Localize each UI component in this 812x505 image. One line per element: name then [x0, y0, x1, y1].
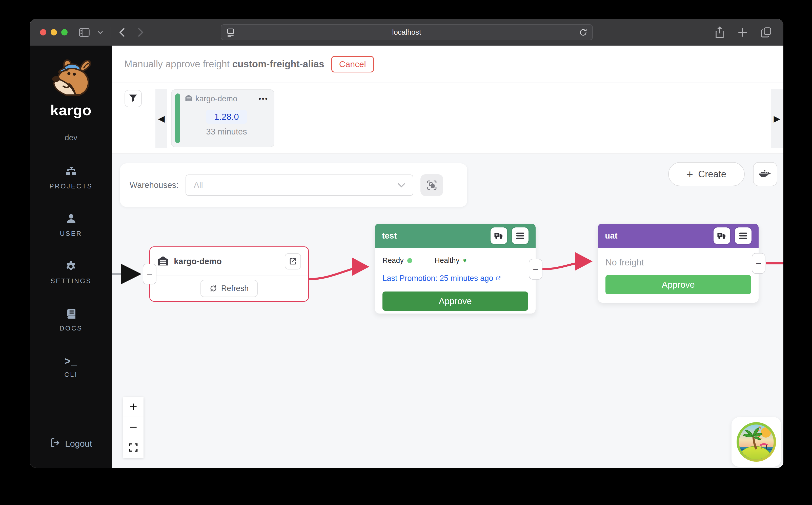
logout-icon [50, 438, 60, 450]
no-freight-label: No freight [605, 257, 751, 268]
tab-overview-icon[interactable] [761, 27, 772, 38]
stage-header: test [375, 224, 536, 248]
sidebar-item-label: USER [60, 230, 82, 237]
promote-button[interactable] [714, 227, 730, 244]
collapse-handle-uat[interactable]: − [752, 253, 765, 274]
sidebar: kargo dev PROJECTS [30, 45, 112, 468]
refresh-label: Refresh [221, 284, 249, 293]
menu-icon [516, 232, 524, 239]
projects-icon [65, 166, 77, 179]
freight-menu-button[interactable]: ••• [259, 95, 268, 103]
user-icon [65, 213, 77, 226]
new-tab-icon[interactable] [737, 27, 748, 38]
last-promotion-link[interactable]: Last Promotion: 25 minutes ago [382, 274, 528, 283]
freight-version-tag[interactable]: 1.28.0 [206, 110, 247, 124]
sidebar-item-label: CLI [64, 371, 77, 379]
titlebar-divider [110, 27, 111, 37]
sidebar-item-cli[interactable]: >_ CLI [64, 355, 77, 379]
book-icon [65, 308, 77, 321]
external-link-icon [496, 276, 501, 281]
gear-icon [65, 261, 77, 274]
warehouse-icon [185, 94, 192, 104]
sidebar-item-label: SETTINGS [50, 277, 91, 285]
warehouses-select[interactable]: All [186, 174, 413, 196]
zoom-controls: + − [123, 397, 144, 458]
back-icon[interactable] [119, 27, 125, 37]
truck-icon [717, 232, 727, 239]
healthy-heart-icon: ♥ [463, 257, 467, 264]
browser-window: localhost [30, 19, 783, 468]
warehouse-node-title: kargo-demo [174, 257, 222, 266]
stage-node-test[interactable]: test [375, 224, 536, 314]
main-content: Manually approve freight custom-freight-… [112, 45, 783, 468]
zoom-window-button[interactable] [61, 29, 67, 35]
brand-name: kargo [50, 102, 92, 119]
logout-label: Logout [65, 439, 92, 449]
fit-view-button[interactable] [123, 438, 144, 458]
stage-name: test [382, 231, 486, 240]
create-label: Create [698, 169, 726, 180]
ready-label: Ready [382, 256, 404, 265]
stage-node-uat[interactable]: uat [598, 224, 759, 303]
sidebar-item-settings[interactable]: SETTINGS [50, 261, 91, 285]
minimize-window-button[interactable] [51, 29, 57, 35]
browser-titlebar: localhost [30, 19, 783, 45]
scroll-right-icon: ▶ [774, 114, 780, 124]
fit-view-icon [128, 443, 139, 453]
kargo-logo [44, 58, 98, 103]
page-icon[interactable] [226, 28, 235, 40]
timeline-scroll-right[interactable]: ▶ [771, 89, 783, 148]
chevron-down-icon[interactable] [97, 31, 103, 34]
freight-warehouse-name: kargo-demo [195, 94, 237, 103]
freight-card[interactable]: kargo-demo ••• 1.28.0 33 minutes [171, 90, 274, 147]
chevron-down-icon [397, 183, 405, 188]
close-window-button[interactable] [40, 29, 46, 35]
pipeline-canvas[interactable]: Warehouses: All [112, 154, 783, 468]
approve-button-test[interactable]: Approve [382, 292, 528, 311]
url-text: localhost [392, 28, 421, 36]
promote-button[interactable] [491, 227, 507, 244]
share-icon[interactable] [715, 26, 725, 38]
timeline-scroll-left[interactable]: ◀ [156, 89, 167, 148]
stage-menu-button[interactable] [512, 227, 529, 244]
funnel-icon [128, 93, 138, 104]
open-warehouse-button[interactable] [285, 253, 301, 270]
docker-images-button[interactable] [753, 162, 777, 186]
stage-image-view-button[interactable] [421, 174, 443, 196]
sidebar-item-label: DOCS [59, 324, 82, 332]
refresh-button[interactable]: Refresh [201, 280, 258, 297]
logout-button[interactable]: Logout [50, 438, 92, 450]
filter-button[interactable] [124, 90, 142, 107]
collapse-handle-warehouse[interactable]: − [143, 264, 157, 285]
island-logo [737, 422, 776, 462]
forward-icon[interactable] [138, 27, 144, 37]
traffic-lights [40, 29, 67, 35]
sidebar-item-projects[interactable]: PROJECTS [49, 166, 93, 190]
sidebar-item-label: PROJECTS [49, 182, 93, 190]
warehouse-node-kargo-demo[interactable]: kargo-demo [149, 246, 309, 302]
warehouses-selected-value: All [194, 180, 203, 190]
menu-icon [739, 232, 748, 239]
cancel-button[interactable]: Cancel [331, 56, 374, 72]
zoom-in-button[interactable]: + [123, 397, 144, 417]
approve-button-uat[interactable]: Approve [605, 275, 751, 294]
sidebar-nav: PROJECTS USER [49, 166, 93, 379]
terminal-icon: >_ [64, 355, 78, 367]
warehouses-toolbar: Warehouses: All [120, 163, 467, 207]
reload-icon[interactable] [579, 27, 588, 39]
sidebar-item-user[interactable]: USER [60, 213, 82, 237]
freight-alias: custom-freight-alias [232, 59, 324, 69]
zoom-out-button[interactable]: − [123, 417, 144, 438]
ready-status-dot [407, 258, 412, 263]
plus-icon: + [687, 169, 693, 180]
address-bar[interactable]: localhost [221, 24, 593, 40]
create-button[interactable]: + Create [668, 162, 745, 186]
env-label: dev [65, 133, 77, 142]
page-title: Manually approve freight custom-freight-… [124, 59, 324, 70]
refresh-icon [210, 285, 217, 292]
island-card[interactable] [732, 417, 781, 467]
stage-menu-button[interactable] [735, 227, 752, 244]
sidebar-item-docs[interactable]: DOCS [59, 308, 82, 332]
collapse-handle-test[interactable]: − [529, 259, 542, 280]
sidebar-toggle-icon[interactable] [79, 28, 90, 37]
